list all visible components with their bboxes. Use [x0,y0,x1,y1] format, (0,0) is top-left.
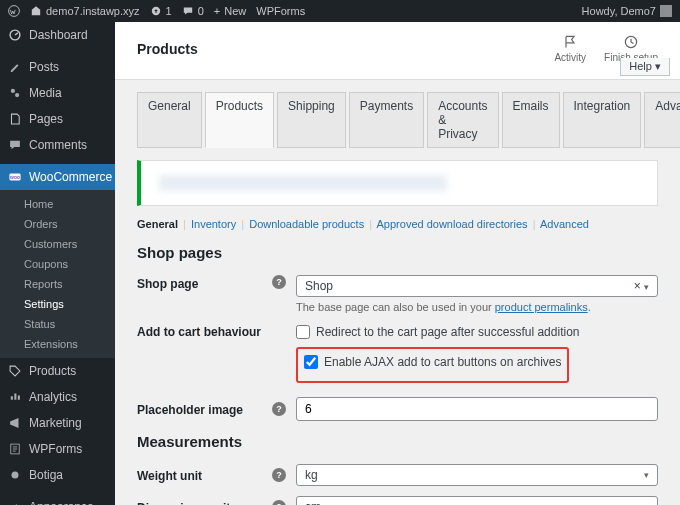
submenu-home[interactable]: Home [0,194,115,214]
chevron-down-icon: ▾ [644,470,649,480]
tab-emails[interactable]: Emails [502,92,560,148]
help-icon[interactable]: ? [272,500,286,505]
page-header: Products Activity Finish setup [115,22,680,80]
menu-woocommerce[interactable]: wooWooCommerce [0,164,115,190]
help-icon[interactable]: ? [272,275,286,289]
menu-comments[interactable]: Comments [0,132,115,158]
section-measurements: Measurements [137,433,658,450]
submenu-customers[interactable]: Customers [0,234,115,254]
settings-tabs: General Products Shipping Payments Accou… [137,92,658,148]
notice-content-blurred [159,175,447,191]
dimensions-unit-label: Dimensions unit [137,499,272,505]
submenu-status[interactable]: Status [0,314,115,334]
tab-products[interactable]: Products [205,92,274,148]
woocommerce-submenu: Home Orders Customers Coupons Reports Se… [0,190,115,358]
cart-behaviour-label: Add to cart behaviour [137,323,272,339]
subsub-advanced[interactable]: Advanced [540,218,589,230]
svg-point-7 [12,472,19,479]
menu-products[interactable]: Products [0,358,115,384]
shop-page-desc: The base page can also be used in your p… [296,301,658,313]
howdy[interactable]: Howdy, Demo7 [582,5,672,17]
shop-page-select[interactable]: Shop × ▾ [296,275,658,297]
weight-unit-label: Weight unit [137,467,272,483]
shop-page-label: Shop page [137,275,272,291]
ajax-checkbox-row[interactable]: Enable AJAX add to cart buttons on archi… [304,353,561,371]
site-name[interactable]: demo7.instawp.xyz [30,5,140,17]
submenu-reports[interactable]: Reports [0,274,115,294]
clear-icon[interactable]: × [634,279,641,293]
subsub-approved[interactable]: Approved download directories [377,218,528,230]
placeholder-image-label: Placeholder image [137,401,272,417]
help-tab[interactable]: Help ▾ [620,58,670,76]
submenu-settings[interactable]: Settings [0,294,115,314]
weight-unit-select[interactable]: kg▾ [296,464,658,486]
submenu-coupons[interactable]: Coupons [0,254,115,274]
page-title: Products [137,41,198,57]
admin-bar: demo7.instawp.xyz 1 0 + New WPForms Howd… [0,0,680,22]
help-icon[interactable]: ? [272,468,286,482]
updates[interactable]: 1 [150,5,172,17]
tab-accounts[interactable]: Accounts & Privacy [427,92,498,148]
svg-text:woo: woo [9,175,20,180]
main-content: Products Activity Finish setup Help ▾ Ge… [115,22,680,505]
section-shop-pages: Shop pages [137,244,658,261]
tab-payments[interactable]: Payments [349,92,424,148]
tab-general[interactable]: General [137,92,202,148]
comments-count[interactable]: 0 [182,5,204,17]
wpforms-bar[interactable]: WPForms [256,5,305,17]
tab-advanced[interactable]: Advanced [644,92,680,148]
sub-section-nav: General | Inventory | Downloadable produ… [137,218,658,230]
menu-marketing[interactable]: Marketing [0,410,115,436]
subsub-inventory[interactable]: Inventory [191,218,236,230]
clock-icon [623,34,639,50]
redirect-checkbox[interactable] [296,325,310,339]
subsub-general[interactable]: General [137,218,178,230]
chevron-down-icon: ▾ [644,282,649,292]
ajax-checkbox[interactable] [304,355,318,369]
menu-posts[interactable]: Posts [0,54,115,80]
menu-media[interactable]: Media [0,80,115,106]
admin-notice [137,160,658,206]
submenu-extensions[interactable]: Extensions [0,334,115,354]
redirect-checkbox-row[interactable]: Redirect to the cart page after successf… [296,323,658,341]
menu-pages[interactable]: Pages [0,106,115,132]
help-icon[interactable]: ? [272,402,286,416]
svg-point-2 [11,89,15,93]
activity-button[interactable]: Activity [554,34,586,63]
menu-botiga[interactable]: Botiga [0,462,115,488]
ajax-highlight-box: Enable AJAX add to cart buttons on archi… [296,347,569,383]
avatar [660,5,672,17]
menu-analytics[interactable]: Analytics [0,384,115,410]
menu-dashboard[interactable]: Dashboard [0,22,115,48]
subsub-downloadable[interactable]: Downloadable products [249,218,364,230]
flag-icon [562,34,578,50]
tab-shipping[interactable]: Shipping [277,92,346,148]
menu-wpforms[interactable]: WPForms [0,436,115,462]
product-permalinks-link[interactable]: product permalinks [495,301,588,313]
wp-logo[interactable] [8,5,20,17]
tab-integration[interactable]: Integration [563,92,642,148]
svg-point-3 [15,93,19,97]
admin-sidebar: Dashboard Posts Media Pages Comments woo… [0,22,115,505]
placeholder-image-input[interactable] [296,397,658,421]
new-content[interactable]: + New [214,5,246,17]
dimensions-unit-select[interactable]: cm▾ [296,496,658,505]
submenu-orders[interactable]: Orders [0,214,115,234]
menu-appearance[interactable]: Appearance [0,494,115,505]
